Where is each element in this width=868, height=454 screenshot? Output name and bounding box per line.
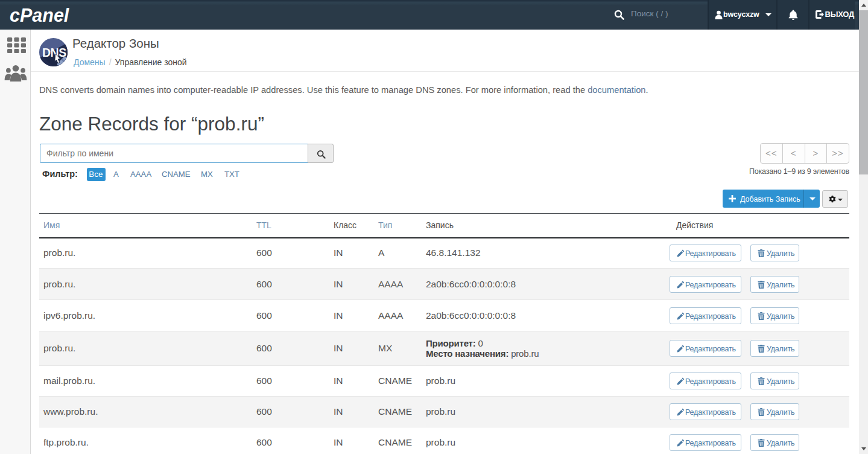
svg-text:DNS: DNS — [42, 46, 66, 59]
